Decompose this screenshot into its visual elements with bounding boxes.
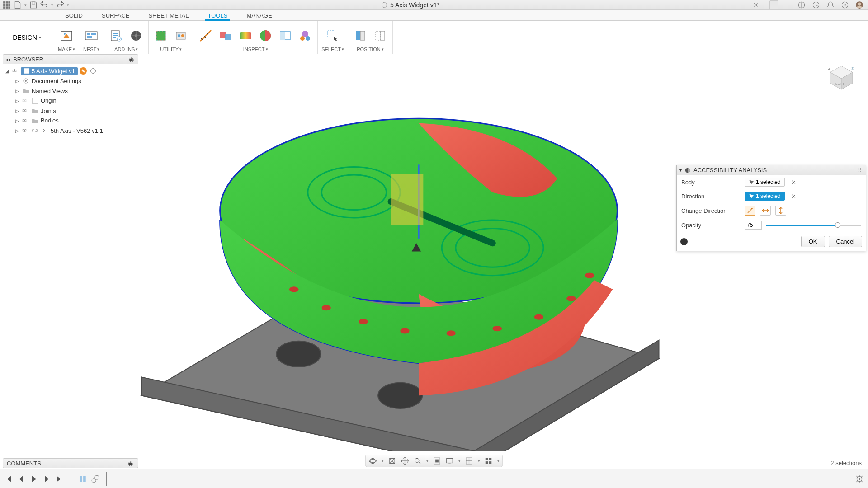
timeline-forward-icon[interactable] [42,475,51,483]
browser-collapse-icon[interactable]: ◂◂ [6,57,10,62]
help-icon[interactable]: ? [841,1,849,9]
measure-icon[interactable] [197,27,214,44]
orbit-icon[interactable] [369,457,377,465]
curvature-comb-icon[interactable] [237,27,254,44]
direction-clear-icon[interactable]: ✕ [789,193,798,200]
group-make-label: MAKE▾ [58,47,75,53]
svg-rect-19 [87,33,90,35]
opacity-slider[interactable] [766,221,861,229]
svg-point-25 [135,34,137,37]
warning-badge-icon[interactable]: ✎ [80,67,87,75]
position-2-icon[interactable] [372,27,389,44]
fit-icon[interactable] [433,457,441,465]
timeline-play-icon[interactable] [30,475,38,483]
svg-rect-2 [8,1,10,4]
info-icon[interactable]: i [680,238,688,245]
timeline-marker[interactable] [106,472,108,486]
job-status-icon[interactable] [812,1,820,9]
ok-button[interactable]: OK [801,236,825,247]
tab-surface[interactable]: SURFACE [100,12,131,20]
direction-flip-y-icon[interactable] [775,206,786,216]
timeline-back-icon[interactable] [17,475,25,483]
collapse-icon[interactable]: ▾ [679,168,682,173]
comments-panel-header[interactable]: COMMENTS ◉ [3,458,138,468]
expander-icon[interactable]: ▷ [14,128,20,133]
new-file-icon[interactable] [14,1,22,9]
visibility-icon[interactable]: 👁 [22,117,29,124]
tree-item-joints[interactable]: ▷ 👁 Joints [3,106,138,116]
tab-add-icon[interactable]: ＋ [769,0,778,9]
svg-point-29 [178,34,180,37]
save-icon[interactable] [29,1,38,9]
tab-tools[interactable]: TOOLS [206,12,230,20]
undo-icon[interactable] [40,1,48,9]
view-cube[interactable]: LEFT z [826,62,857,94]
direction-flip-z-icon[interactable] [745,206,755,216]
tree-item-named-views[interactable]: ▷ Named Views [3,86,138,96]
cancel-button[interactable]: Cancel [829,236,862,247]
tab-close-icon[interactable]: ✕ [753,1,760,9]
app-menu-icon[interactable] [3,1,11,9]
viewport-layout-icon[interactable] [485,457,493,465]
opacity-input[interactable] [745,221,762,230]
body-clear-icon[interactable]: ✕ [789,179,798,186]
body-selection-chip[interactable]: 1 selected [745,178,785,187]
extensions-icon[interactable] [797,1,806,9]
utility-2-icon[interactable] [172,27,189,44]
position-1-icon[interactable] [352,27,369,44]
timeline-start-icon[interactable] [5,475,13,483]
visibility-icon[interactable]: 👁 [22,108,29,114]
pan-icon[interactable] [401,457,409,465]
visibility-icon[interactable]: 👁 [12,68,19,75]
timeline-feature-1-icon[interactable] [79,475,87,483]
visibility-icon[interactable]: 👁 [22,127,29,134]
panel-dragger-icon[interactable]: ⠿ [858,167,863,174]
scripts-icon[interactable] [108,27,125,44]
utility-component-color-icon[interactable] [152,27,170,44]
tab-manage[interactable]: MANAGE [245,12,274,20]
user-avatar-icon[interactable] [855,1,863,9]
tree-item-bodies[interactable]: ▷ 👁 Bodies [3,116,138,126]
section-analysis-icon[interactable] [277,27,294,44]
look-at-icon[interactable] [388,457,396,465]
tree-item-origin[interactable]: ▷ 👁 Origin [3,96,138,106]
expander-icon[interactable]: ▷ [14,99,20,103]
svg-text:z: z [852,66,854,70]
expander-icon[interactable]: ▷ [14,118,20,123]
tree-item-component[interactable]: ▷ 👁 5th Axis - V562 v1:1 [3,126,138,136]
activate-radio[interactable] [90,68,96,74]
tree-root[interactable]: ◢ 👁 5 Axis Widget v1 ✎ [3,66,138,76]
expander-icon[interactable]: ▷ [14,79,20,84]
select-icon[interactable] [324,27,341,44]
zoom-icon[interactable] [414,457,422,465]
browser-pin-icon[interactable]: ◉ [129,56,135,62]
accessibility-icon[interactable] [257,27,274,44]
tab-sheet-metal[interactable]: SHEET METAL [146,12,190,20]
timeline-settings-icon[interactable] [855,475,863,483]
display-settings-icon[interactable] [446,457,454,465]
expander-icon[interactable]: ▷ [14,89,20,94]
interference-icon[interactable] [217,27,234,44]
svg-point-54 [289,286,298,292]
model-3d[interactable] [90,72,701,451]
expander-icon[interactable]: ▷ [14,108,20,113]
redo-icon[interactable] [56,1,64,9]
print3d-icon[interactable] [58,27,75,44]
timeline-feature-2-icon[interactable] [91,475,99,483]
visibility-icon[interactable]: 👁 [22,98,29,104]
center-of-mass-icon[interactable] [297,27,314,44]
comments-pin-icon[interactable]: ◉ [128,460,134,466]
direction-flip-x-icon[interactable] [760,206,771,216]
addins-store-icon[interactable] [127,27,145,44]
panel-title: ACCESSIBILITY ANALYSIS [693,167,767,174]
grid-settings-icon[interactable] [465,457,473,465]
direction-selection-chip[interactable]: 1 selected [745,192,785,201]
tree-item-document-settings[interactable]: ▷ Document Settings [3,76,138,86]
timeline-end-icon[interactable] [55,475,63,483]
notifications-icon[interactable] [826,1,835,9]
svg-rect-32 [225,34,231,40]
workspace-switcher[interactable]: DESIGN▾ [0,21,54,54]
nest-icon[interactable] [83,27,100,44]
expander-icon[interactable]: ◢ [5,69,10,74]
tab-solid[interactable]: SOLID [63,12,85,20]
